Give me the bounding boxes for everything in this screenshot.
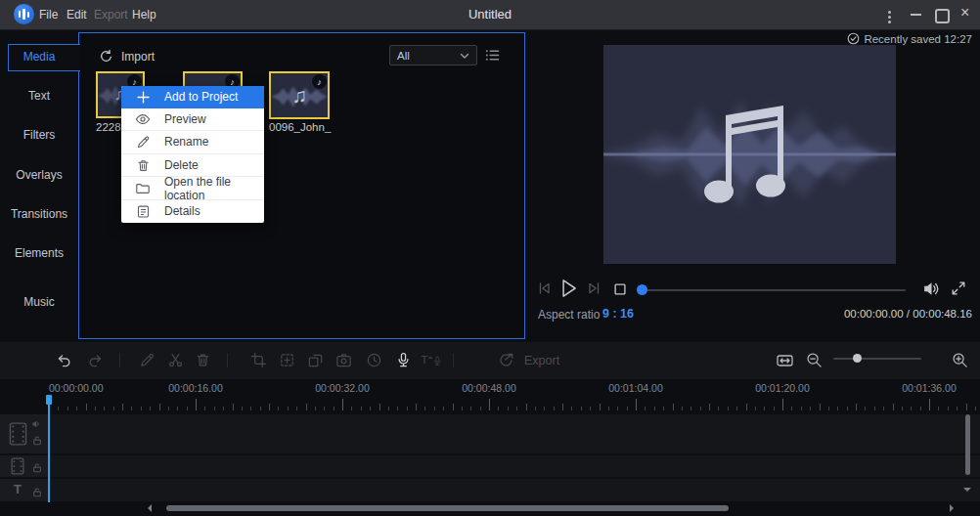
titlebar: File Edit Export Help Untitled × xyxy=(0,0,980,30)
ruler-label: 00:00:48.00 xyxy=(462,382,515,394)
timeline-ruler-labels: 00:00:00.0000:00:16.0000:00:32.0000:00:4… xyxy=(0,382,980,395)
context-menu-label: Rename xyxy=(164,135,208,149)
eye-icon xyxy=(135,111,151,127)
export-label[interactable]: Export xyxy=(524,354,559,367)
saved-status: Recently saved 12:27 xyxy=(847,32,972,45)
export-button[interactable] xyxy=(497,352,514,369)
timeline-track-1 xyxy=(0,414,980,453)
timeline-zoom-handle[interactable] xyxy=(853,354,862,363)
minimize-button[interactable] xyxy=(911,14,921,16)
audio-waveform xyxy=(603,45,896,264)
toolbar-separator xyxy=(119,353,120,367)
ruler-label: 00:00:00.00 xyxy=(49,382,103,394)
context-menu-item-preview[interactable]: Preview xyxy=(121,108,264,131)
context-menu-item-rename[interactable]: Rename xyxy=(121,130,264,153)
sidebar-item-text[interactable]: Text xyxy=(0,89,78,110)
audio-badge-icon: ♪ xyxy=(312,74,327,89)
ruler-label: 00:01:04.00 xyxy=(608,382,662,394)
duration-button[interactable] xyxy=(366,352,382,368)
timecode-display: 00:00:00.00 / 00:00:48.16 xyxy=(844,308,972,320)
track-3-header: T xyxy=(0,479,49,501)
video-track-icon xyxy=(11,457,24,475)
context-menu-item-add-to-project[interactable]: Add to Project xyxy=(121,86,264,108)
timeline-track-2 xyxy=(0,455,980,477)
ruler-label: 00:01:20.00 xyxy=(755,382,809,394)
menu-export[interactable]: Export xyxy=(94,8,128,22)
sidebar-item-filters[interactable]: Filters xyxy=(0,128,78,150)
seek-handle[interactable] xyxy=(637,284,647,295)
playhead-line xyxy=(48,397,50,502)
scroll-right-button[interactable] xyxy=(950,504,954,512)
motion-button[interactable] xyxy=(307,352,324,368)
crop-button[interactable] xyxy=(250,352,267,368)
play-button[interactable] xyxy=(557,277,580,300)
ruler-label: 00:00:32.00 xyxy=(315,382,369,394)
scroll-down-button[interactable] xyxy=(963,488,971,492)
timeline-ruler-ticks[interactable] xyxy=(0,397,980,410)
edit-clip-button[interactable] xyxy=(139,352,156,368)
media-item-3[interactable]: ♫ ♪ xyxy=(269,71,330,119)
sidebar-item-music[interactable]: Music xyxy=(0,295,78,317)
app-logo-icon xyxy=(14,4,34,24)
next-frame-button[interactable] xyxy=(585,280,602,297)
context-menu-item-delete[interactable]: Delete xyxy=(121,153,264,177)
freeze-frame-button[interactable] xyxy=(279,352,295,368)
sidebar-item-media[interactable]: Media xyxy=(0,50,78,71)
menu-file[interactable]: File xyxy=(39,8,58,22)
record-voiceover-button[interactable] xyxy=(395,352,412,368)
context-menu-label: Preview xyxy=(164,112,206,126)
track-mute-button[interactable] xyxy=(31,419,41,429)
delete-clip-button[interactable] xyxy=(195,352,211,368)
track-lock-button[interactable] xyxy=(32,487,42,497)
trash-icon xyxy=(135,157,151,173)
context-menu-label: Add to Project xyxy=(164,90,238,104)
video-track-icon xyxy=(9,421,27,447)
sidebar-item-elements[interactable]: Elements xyxy=(0,246,78,268)
aspect-ratio-value[interactable]: 9 : 16 xyxy=(602,307,634,321)
media-item-3-name: 0096_John_... xyxy=(269,121,332,135)
zoom-in-button[interactable] xyxy=(952,352,968,368)
video-editor-window: File Edit Export Help Untitled × Media T… xyxy=(0,0,980,516)
zoom-out-button[interactable] xyxy=(806,352,823,368)
context-menu-item-open-file-location[interactable]: Open the file location xyxy=(121,176,264,199)
context-menu-label: Details xyxy=(164,204,200,218)
more-options-button[interactable] xyxy=(888,9,891,25)
menu-edit[interactable]: Edit xyxy=(67,8,87,22)
undo-button[interactable] xyxy=(55,352,72,369)
stop-button[interactable] xyxy=(612,281,628,297)
context-menu-item-details[interactable]: Details xyxy=(121,199,264,223)
track-lock-button[interactable] xyxy=(32,435,42,446)
scroll-left-button[interactable] xyxy=(148,504,152,512)
close-button[interactable]: × xyxy=(960,4,969,22)
sidebar-item-transitions[interactable]: Transitions xyxy=(0,207,78,229)
media-filter-dropdown[interactable]: All xyxy=(389,45,477,65)
fit-timeline-button[interactable] xyxy=(775,352,795,369)
timeline-track-3 xyxy=(0,479,980,501)
timeline-zoom-slider[interactable] xyxy=(833,358,921,360)
maximize-button[interactable] xyxy=(935,9,950,23)
vertical-scrollbar-thumb[interactable] xyxy=(965,414,970,475)
track-lock-button[interactable] xyxy=(32,462,42,473)
check-circle-icon xyxy=(847,32,860,45)
previous-frame-button[interactable] xyxy=(536,280,554,297)
volume-button[interactable] xyxy=(921,280,941,298)
saved-status-text: Recently saved 12:27 xyxy=(864,33,972,45)
text-to-speech-button[interactable]: T xyxy=(421,352,441,368)
list-view-button[interactable] xyxy=(484,47,501,64)
import-button[interactable]: Import xyxy=(98,45,155,68)
snapshot-button[interactable] xyxy=(335,352,352,368)
ruler-label: 00:01:36.00 xyxy=(902,382,956,394)
split-cut-button[interactable] xyxy=(167,352,184,368)
sidebar-item-overlays[interactable]: Overlays xyxy=(0,168,78,190)
seek-slider[interactable] xyxy=(642,289,906,291)
context-menu-label: Delete xyxy=(164,158,199,172)
toolbar-separator xyxy=(227,353,228,367)
horizontal-scrollbar-thumb[interactable] xyxy=(166,505,729,511)
pencil-icon xyxy=(135,134,151,150)
redo-button[interactable] xyxy=(87,352,105,369)
media-filter-value: All xyxy=(397,50,410,62)
folder-icon xyxy=(135,181,151,196)
context-menu-label: Open the file location xyxy=(164,175,264,202)
menu-help[interactable]: Help xyxy=(132,8,156,22)
fullscreen-button[interactable] xyxy=(950,280,967,297)
